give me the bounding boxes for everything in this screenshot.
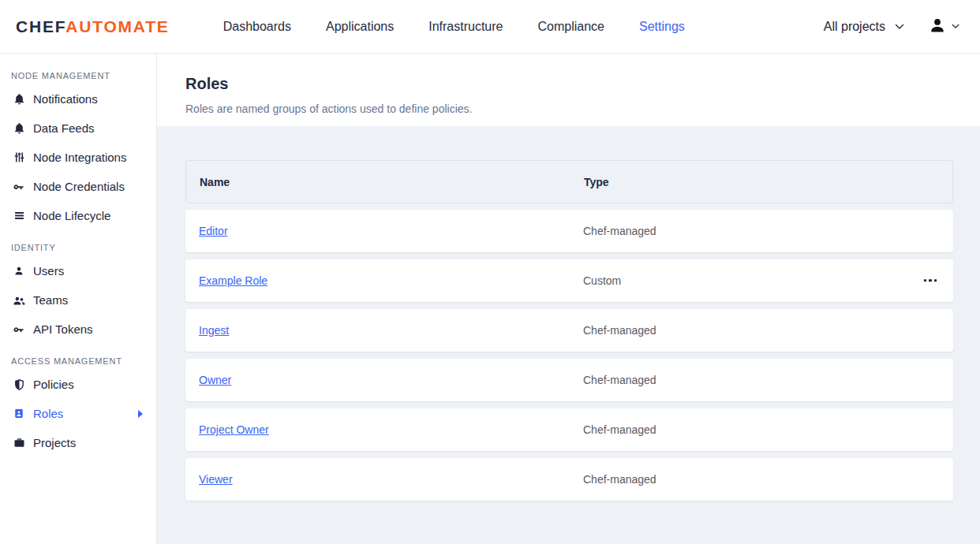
top-header: CHEFAUTOMATE Dashboards Applications Inf… — [0, 0, 980, 54]
table-row: Project Owner Chef-managed — [185, 408, 953, 451]
role-link-example-role[interactable]: Example Role — [199, 274, 267, 287]
sliders-icon — [12, 151, 26, 164]
role-link-ingest[interactable]: Ingest — [199, 324, 229, 337]
role-type: Custom — [583, 274, 621, 287]
projects-filter-label: All projects — [824, 20, 885, 34]
main-content: Roles Roles are named groups of actions … — [157, 54, 980, 544]
sidebar-item-node-lifecycle[interactable]: Node Lifecycle — [0, 201, 156, 230]
nav-item-compliance[interactable]: Compliance — [538, 20, 604, 34]
nav-item-settings[interactable]: Settings — [639, 20, 685, 34]
logo-chef-text: CHEF — [16, 17, 65, 35]
table-header-row: Name Type — [185, 160, 953, 203]
user-menu[interactable] — [928, 16, 959, 38]
chevron-down-icon — [952, 24, 959, 29]
role-type: Chef-managed — [583, 324, 656, 337]
table-row: Ingest Chef-managed — [185, 309, 953, 352]
column-header-name: Name — [186, 176, 584, 188]
sidebar-item-label: Node Lifecycle — [33, 209, 110, 222]
sidebar-item-label: Policies — [33, 378, 74, 391]
page-title: Roles — [185, 75, 952, 93]
sidebar-item-label: Projects — [33, 436, 76, 449]
sidebar-item-api-tokens[interactable]: API Tokens — [0, 315, 156, 344]
sidebar-item-teams[interactable]: Teams — [0, 285, 156, 315]
sidebar-item-node-credentials[interactable]: Node Credentials — [0, 172, 156, 201]
role-type: Chef-managed — [583, 423, 656, 436]
nav-item-applications[interactable]: Applications — [326, 20, 394, 34]
role-type: Chef-managed — [583, 473, 656, 486]
key-icon — [12, 181, 26, 193]
role-type: Chef-managed — [583, 374, 656, 386]
sidebar-item-notifications[interactable]: Notifications — [0, 84, 156, 114]
sidebar-item-node-integrations[interactable]: Node Integrations — [0, 143, 156, 172]
sidebar-item-label: Users — [33, 264, 64, 278]
sidebar-item-label: Data Feeds — [33, 121, 95, 135]
sidebar-section-node-management: NODE MANAGEMENT — [11, 71, 145, 80]
person-icon — [928, 16, 947, 38]
nav-item-infrastructure[interactable]: Infrastructure — [428, 20, 503, 34]
sidebar-item-label: Roles — [33, 407, 63, 420]
page-subtitle: Roles are named groups of actions used t… — [185, 102, 952, 115]
sidebar-item-label: Node Integrations — [33, 151, 126, 164]
role-link-owner[interactable]: Owner — [199, 374, 231, 386]
bell-icon — [12, 122, 26, 135]
app-shell: NODE MANAGEMENT Notifications Data Feeds… — [0, 54, 980, 544]
briefcase-icon — [12, 437, 26, 449]
sidebar-item-label: Teams — [33, 293, 68, 307]
sidebar-item-policies[interactable]: Policies — [0, 370, 156, 399]
badge-icon — [12, 408, 26, 420]
chevron-down-icon — [895, 24, 904, 30]
key-icon — [12, 323, 26, 336]
role-link-project-owner[interactable]: Project Owner — [199, 423, 269, 436]
nav-item-dashboards[interactable]: Dashboards — [223, 20, 291, 34]
chef-automate-logo[interactable]: CHEFAUTOMATE — [16, 17, 170, 36]
settings-sidebar: NODE MANAGEMENT Notifications Data Feeds… — [0, 54, 157, 544]
projects-filter-dropdown[interactable]: All projects — [824, 20, 904, 34]
header-right: All projects — [824, 16, 959, 38]
sidebar-item-data-feeds[interactable]: Data Feeds — [0, 114, 156, 143]
main-nav: Dashboards Applications Infrastructure C… — [223, 20, 685, 34]
role-link-editor[interactable]: Editor — [199, 225, 228, 237]
roles-table: Name Type Editor Chef-managed Example Ro… — [185, 160, 953, 501]
role-link-viewer[interactable]: Viewer — [199, 473, 233, 486]
sidebar-section-identity: IDENTITY — [11, 243, 145, 252]
person-icon — [12, 265, 26, 278]
sidebar-item-label: API Tokens — [33, 322, 93, 336]
bell-icon — [12, 93, 26, 106]
column-header-type: Type — [584, 176, 609, 188]
content-body: Name Type Editor Chef-managed Example Ro… — [157, 126, 980, 544]
sidebar-item-label: Notifications — [33, 92, 98, 106]
table-row: Viewer Chef-managed — [185, 458, 953, 501]
table-row: Example Role Custom — [185, 259, 953, 302]
active-item-arrow-icon — [138, 410, 143, 418]
sidebar-item-projects[interactable]: Projects — [0, 428, 156, 457]
group-icon — [12, 294, 26, 307]
sidebar-item-users[interactable]: Users — [0, 256, 156, 285]
sidebar-item-label: Node Credentials — [33, 180, 125, 193]
ellipsis-icon[interactable] — [922, 274, 938, 286]
list-icon — [12, 210, 26, 222]
table-row: Editor Chef-managed — [185, 210, 953, 252]
logo-automate-text: AUTOMATE — [65, 17, 169, 35]
sidebar-section-access-management: ACCESS MANAGEMENT — [11, 356, 145, 366]
role-type: Chef-managed — [583, 225, 656, 237]
page-header: Roles Roles are named groups of actions … — [157, 54, 980, 126]
shield-icon — [12, 378, 26, 391]
sidebar-item-roles[interactable]: Roles — [0, 399, 156, 428]
table-row: Owner Chef-managed — [185, 359, 953, 401]
